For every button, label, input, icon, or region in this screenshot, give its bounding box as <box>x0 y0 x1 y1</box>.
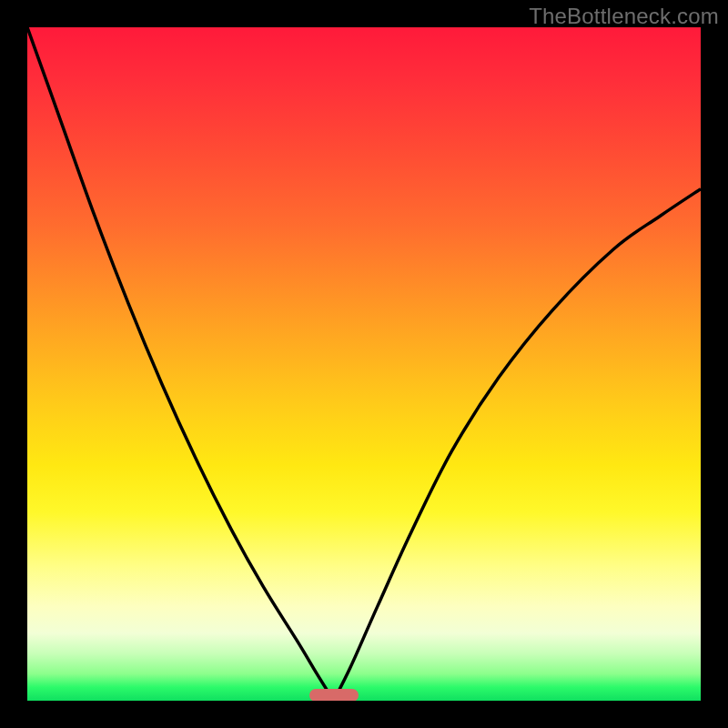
chart-frame: TheBottleneck.com <box>0 0 728 728</box>
left-curve <box>27 27 334 701</box>
watermark-text: TheBottleneck.com <box>529 4 719 29</box>
curve-layer <box>27 27 701 701</box>
optimum-marker <box>309 689 359 701</box>
right-curve <box>334 189 701 701</box>
plot-area <box>27 27 701 701</box>
